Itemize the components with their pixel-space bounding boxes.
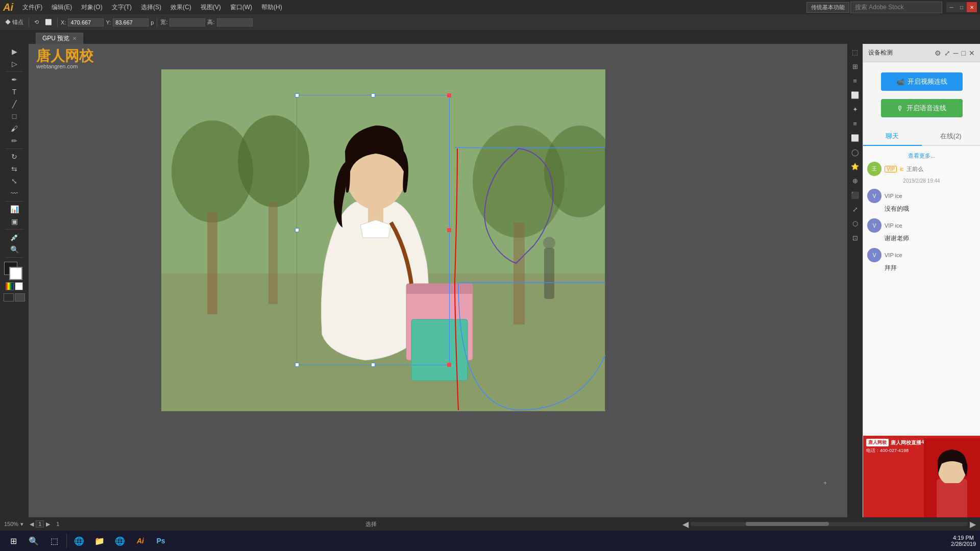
ri-btn-8[interactable]: ◯ bbox=[849, 146, 861, 158]
width-input[interactable] bbox=[169, 18, 205, 27]
panel-minimize-icon[interactable]: ─ bbox=[953, 49, 959, 57]
chat-message-3: V VIP ice 谢谢老师 bbox=[867, 218, 976, 243]
menu-bar: Ai 文件(F) 编辑(E) 对象(O) 文字(T) 选择(S) 效果(C) 视… bbox=[0, 0, 980, 14]
video-connect-btn[interactable]: 📹 开启视频连线 bbox=[881, 72, 963, 91]
menu-file[interactable]: 文件(F) bbox=[18, 2, 46, 13]
tab-gpu-preview[interactable]: GPU 预览 ✕ bbox=[36, 33, 83, 44]
tool-options-anchor[interactable]: ◆ 锚点 bbox=[3, 17, 26, 27]
tab-chat[interactable]: 聊天 bbox=[863, 128, 922, 146]
tool-pencil[interactable]: ✏ bbox=[3, 135, 26, 146]
menu-help[interactable]: 帮助(H) bbox=[257, 2, 286, 13]
page-next-btn[interactable]: ▶ bbox=[46, 521, 50, 528]
tool-align[interactable]: ⬜ bbox=[43, 18, 54, 27]
mode-selector[interactable]: 传统基本功能 bbox=[806, 2, 849, 13]
ri-btn-9[interactable]: ⭐ bbox=[849, 160, 861, 172]
tool-paintbrush[interactable]: 🖌 bbox=[3, 123, 26, 134]
height-input[interactable] bbox=[217, 18, 253, 27]
panel-maximize-icon[interactable]: □ bbox=[962, 49, 966, 57]
panel-close-icon[interactable]: ✕ bbox=[969, 49, 975, 57]
explorer-button[interactable]: 📁 bbox=[90, 532, 109, 550]
win-maximize[interactable]: □ bbox=[957, 2, 967, 12]
chat-user-1: 王 VIP ic 王前么 bbox=[867, 162, 976, 176]
menu-select[interactable]: 选择(S) bbox=[137, 2, 165, 13]
msg-content-4: 拜拜 bbox=[867, 264, 976, 272]
chat-area[interactable]: 查看更多... 王 VIP ic 王前么 2019/2/28 19:44 V bbox=[863, 146, 980, 436]
chat-more-link[interactable]: 查看更多... bbox=[867, 150, 976, 162]
tab-close-icon[interactable]: ✕ bbox=[72, 36, 77, 41]
menu-object[interactable]: 对象(O) bbox=[77, 2, 106, 13]
illustrator-taskbar-btn[interactable]: Ai bbox=[131, 532, 150, 550]
panel-settings-icon[interactable]: ⚙ bbox=[935, 49, 941, 57]
svg-rect-14 bbox=[406, 284, 473, 294]
status-label: 选择 bbox=[365, 520, 377, 528]
tool-line[interactable]: ╱ bbox=[3, 98, 26, 110]
no-fill[interactable] bbox=[15, 282, 23, 290]
page-prev-btn[interactable]: ◀ bbox=[30, 521, 34, 528]
ri-btn-3[interactable]: ≡ bbox=[849, 74, 861, 87]
taskview-button[interactable]: ⬚ bbox=[45, 532, 63, 550]
menu-view[interactable]: 视图(V) bbox=[197, 2, 225, 13]
edge-button[interactable]: 🌐 bbox=[70, 532, 88, 550]
h-scrollbar-track[interactable] bbox=[691, 522, 968, 526]
coord-x-input[interactable] bbox=[68, 18, 104, 27]
search-stock[interactable]: 搜索 Adobe Stock bbox=[850, 2, 942, 13]
coord-y-input[interactable] bbox=[113, 18, 149, 27]
menu-text[interactable]: 文字(T) bbox=[108, 2, 136, 13]
ri-btn-6[interactable]: ≡ bbox=[849, 117, 861, 130]
tool-warp[interactable]: 〰 bbox=[3, 188, 26, 199]
scroll-right-btn[interactable]: ▶ bbox=[970, 519, 976, 529]
scroll-left-btn[interactable]: ◀ bbox=[682, 519, 689, 529]
msg-content-2: 没有的哦 bbox=[867, 205, 976, 213]
tool-select[interactable]: ▶ bbox=[3, 46, 26, 57]
ri-btn-11[interactable]: ⬛ bbox=[849, 189, 861, 201]
tool-eyedropper[interactable]: 💉 bbox=[3, 232, 26, 243]
ri-btn-7[interactable]: ⬜ bbox=[849, 132, 861, 144]
win-close[interactable]: ✕ bbox=[967, 2, 977, 12]
zoom-control[interactable]: 150% ▾ bbox=[4, 521, 23, 528]
tool-direct-select[interactable]: ▷ bbox=[3, 58, 26, 69]
tool-reflect[interactable]: ⇆ bbox=[3, 163, 26, 174]
tool-type[interactable]: T bbox=[3, 86, 26, 97]
ri-btn-2[interactable]: ⊞ bbox=[849, 60, 861, 72]
ri-btn-13[interactable]: ⬡ bbox=[849, 217, 861, 230]
page-input[interactable]: 1 bbox=[36, 520, 44, 528]
audio-connect-btn[interactable]: 🎙 开启语音连线 bbox=[881, 99, 963, 117]
ri-btn-1[interactable]: ⬚ bbox=[849, 46, 861, 58]
color-mode[interactable] bbox=[6, 282, 14, 290]
tool-scale[interactable]: ⤡ bbox=[3, 176, 26, 187]
tool-pen[interactable]: ✒ bbox=[3, 74, 26, 85]
menu-window[interactable]: 窗口(W) bbox=[226, 2, 256, 13]
presenter-svg bbox=[924, 438, 980, 517]
canvas-area[interactable]: 唐人网校 webtangren.com bbox=[29, 44, 847, 517]
tool-transform[interactable]: ⟲ bbox=[32, 18, 41, 27]
svg-rect-8 bbox=[513, 222, 525, 324]
win-minimize[interactable]: ─ bbox=[946, 2, 957, 12]
start-button[interactable]: ⊞ bbox=[4, 532, 22, 550]
vip-tag-1: VIP bbox=[885, 166, 897, 172]
tool-rect[interactable]: □ bbox=[3, 111, 26, 122]
ri-btn-5[interactable]: ✦ bbox=[849, 103, 861, 115]
tool-bar-chart[interactable]: 📊 bbox=[3, 204, 26, 215]
menu-edit[interactable]: 编辑(E) bbox=[47, 2, 76, 13]
search-button[interactable]: 🔍 bbox=[24, 532, 43, 550]
canvas-logo: 唐人网校 webtangren.com bbox=[36, 49, 93, 70]
view-mode-full[interactable] bbox=[15, 293, 25, 302]
ri-btn-14[interactable]: ⊡ bbox=[849, 232, 861, 244]
chrome-button[interactable]: 🌐 bbox=[111, 532, 129, 550]
audio-btn-label: 开启语音连线 bbox=[906, 104, 946, 113]
tab-online[interactable]: 在线(2) bbox=[922, 128, 981, 145]
h-scrollbar-thumb[interactable] bbox=[746, 522, 829, 526]
stroke-color[interactable] bbox=[9, 267, 22, 280]
view-mode-normal[interactable] bbox=[4, 293, 14, 302]
panel-resize-icon[interactable]: ⤢ bbox=[944, 49, 950, 57]
tool-artboard[interactable]: ▣ bbox=[3, 216, 26, 227]
menu-effect[interactable]: 效果(C) bbox=[166, 2, 195, 13]
tool-rotate[interactable]: ↻ bbox=[3, 151, 26, 162]
ri-btn-10[interactable]: ⊕ bbox=[849, 174, 861, 187]
ri-btn-12[interactable]: ⤢ bbox=[849, 203, 861, 215]
taskbar-sep-1 bbox=[66, 534, 67, 548]
ri-btn-4[interactable]: ⬜ bbox=[849, 89, 861, 101]
photoshop-taskbar-btn[interactable]: Ps bbox=[152, 532, 170, 550]
zoom-dropdown-icon[interactable]: ▾ bbox=[20, 521, 23, 528]
tool-magnifier[interactable]: 🔍 bbox=[3, 244, 26, 255]
